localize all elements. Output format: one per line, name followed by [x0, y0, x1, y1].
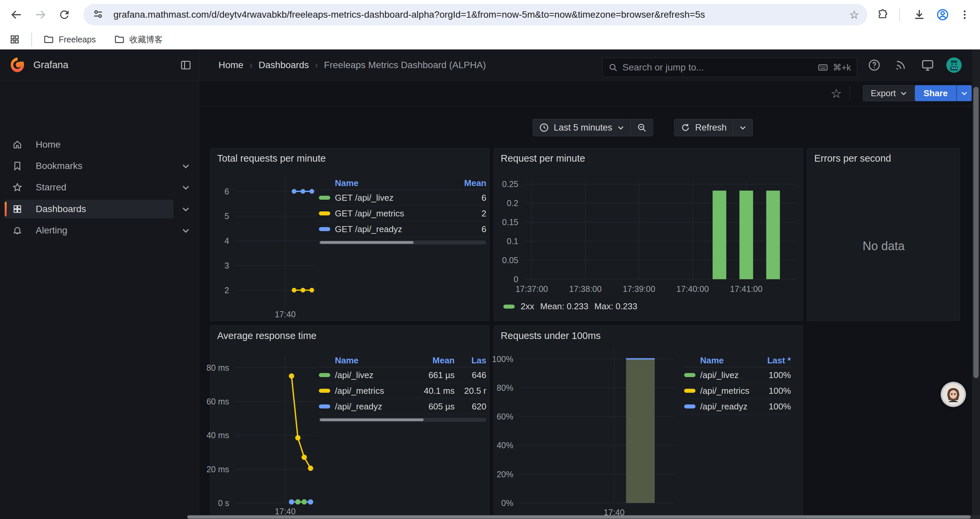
panel-request-per-minute[interactable]: Request per minute 2xx Mean: 0.233 Max: …: [494, 148, 803, 321]
grafana-app: Grafana Home Bookmarks: [0, 50, 980, 519]
legend-col-mean[interactable]: Mean: [446, 178, 486, 188]
sidebar-item-alerting[interactable]: Alerting: [5, 221, 173, 240]
grafana-logo-icon[interactable]: [10, 57, 25, 73]
export-button[interactable]: Export: [863, 85, 915, 101]
panel-title[interactable]: Request per minute: [501, 153, 585, 164]
sidebar-item-home[interactable]: Home: [5, 135, 173, 154]
breadcrumb-dashboards[interactable]: Dashboards: [259, 60, 309, 70]
folder-icon: [43, 34, 54, 45]
legend-header: Name Mean: [319, 177, 486, 190]
refresh-controls: Refresh: [674, 119, 753, 136]
legend-col-name[interactable]: Name: [335, 178, 446, 188]
legend-table: Name Last * /api/_livez 100% /api/_metri…: [684, 354, 791, 414]
horizontal-scrollbar[interactable]: [187, 515, 980, 519]
share-button[interactable]: Share: [915, 85, 972, 101]
legend-row[interactable]: /api/_readyz 605 µs 620: [319, 399, 486, 414]
chevron-down-icon: [900, 89, 907, 97]
bookmark-icon: [12, 161, 22, 171]
apps-grid-icon[interactable]: [7, 32, 22, 47]
url-bar[interactable]: grafana.mathmast.com/d/deytv4rwavabkb/fr…: [83, 4, 867, 26]
user-avatar[interactable]: [946, 57, 962, 73]
bookmark-folder-blogs[interactable]: 收藏博客: [110, 33, 167, 46]
sidebar-item-bookmarks[interactable]: Bookmarks: [5, 156, 173, 175]
legend-header: Name Last *: [684, 354, 791, 367]
reload-button[interactable]: [57, 7, 72, 22]
favorite-star-icon[interactable]: ☆: [830, 86, 842, 101]
panel-title[interactable]: Total requests per minute: [217, 153, 326, 164]
legend-row[interactable]: GET /api/_readyz 6: [319, 222, 486, 237]
scrollbar-thumb[interactable]: [188, 515, 970, 519]
legend-scrollbar[interactable]: [319, 418, 486, 422]
panel-average-response-time[interactable]: Average response time Name Mean Las /api…: [210, 325, 489, 519]
star-icon: [12, 182, 22, 192]
series-swatch: [684, 404, 695, 409]
legend-row[interactable]: GET /api/_metrics 2: [319, 206, 486, 222]
refresh-icon: [681, 123, 690, 133]
breadcrumb-home[interactable]: Home: [218, 60, 243, 70]
series-swatch: [684, 389, 695, 393]
series-swatch: [684, 373, 695, 377]
legend-col-mean[interactable]: Mean: [398, 355, 455, 366]
legend-col-name[interactable]: Name: [335, 355, 398, 366]
chevron-down-icon: [739, 124, 746, 131]
share-menu-button[interactable]: [956, 85, 972, 101]
time-range-picker[interactable]: Last 5 minutes: [533, 119, 630, 136]
site-settings-icon[interactable]: [92, 8, 104, 21]
bell-icon: [12, 225, 22, 235]
panel-title[interactable]: Requests under 100ms: [501, 330, 601, 341]
zoom-out-icon: [637, 123, 647, 133]
legend-row[interactable]: /api/_livez 661 µs 646: [319, 367, 486, 383]
legend-header: Name Mean Las: [319, 354, 486, 367]
panel-errors-per-second[interactable]: Errors per second No data: [807, 148, 960, 321]
panel-title[interactable]: Errors per second: [814, 153, 891, 164]
sidebar-item-dashboards[interactable]: Dashboards: [5, 200, 173, 219]
legend-row[interactable]: /api/_livez 100%: [684, 367, 791, 383]
sidebar-item-starred[interactable]: Starred: [5, 178, 173, 197]
bookmark-star-icon[interactable]: ☆: [849, 8, 859, 21]
legend-row[interactable]: /api/_readyz 100%: [684, 399, 791, 414]
refresh-interval-button[interactable]: [733, 119, 752, 136]
legend-col-name[interactable]: Name: [700, 355, 754, 366]
floating-assistant-avatar[interactable]: [941, 382, 966, 407]
chevron-down-icon[interactable]: [181, 161, 191, 171]
series-swatch: [503, 305, 515, 308]
profile-avatar-icon[interactable]: [935, 7, 950, 22]
grafana-brand[interactable]: Grafana: [33, 50, 68, 80]
back-button[interactable]: [9, 7, 24, 22]
vertical-scrollbar[interactable]: [972, 50, 980, 519]
downloads-icon[interactable]: [912, 7, 927, 22]
legend-row[interactable]: /api/_metrics 40.1 ms 20.5 r: [319, 383, 486, 399]
breadcrumb-current: Freeleaps Metrics Dashboard (ALPHA): [324, 60, 486, 70]
chevron-down-icon[interactable]: [181, 225, 191, 235]
legend-scrollbar[interactable]: [319, 241, 486, 244]
browser-menu-icon[interactable]: [957, 7, 972, 22]
panel-requests-under-100ms[interactable]: Requests under 100ms Name Last * /api/_l…: [494, 325, 803, 519]
legend-table: Name Mean GET /api/_livez 6 GET /api/_me…: [319, 177, 486, 244]
scrollbar-thumb[interactable]: [973, 87, 978, 378]
chevron-down-icon[interactable]: [181, 204, 191, 214]
panel-total-requests-per-minute[interactable]: Total requests per minute Name Mean GET …: [210, 148, 489, 321]
toolbar-divider: [899, 8, 900, 21]
legend-col-last[interactable]: Las: [455, 355, 486, 366]
sidebar-toggle-icon[interactable]: [180, 59, 191, 71]
legend-col-last[interactable]: Last *: [754, 355, 791, 366]
browser-toolbar: grafana.mathmast.com/d/deytv4rwavabkb/fr…: [0, 0, 980, 29]
extensions-icon[interactable]: [876, 7, 891, 22]
panel-title[interactable]: Average response time: [217, 330, 317, 341]
chevron-down-icon[interactable]: [181, 182, 191, 192]
legend-row[interactable]: GET /api/_livez 6: [319, 190, 486, 206]
refresh-button[interactable]: Refresh: [675, 119, 733, 136]
news-rss-icon[interactable]: [893, 57, 908, 73]
grafana-topbar: Home › Dashboards › Freeleaps Metrics Da…: [199, 50, 980, 80]
legend-line[interactable]: 2xx Mean: 0.233 Max: 0.233: [503, 301, 638, 311]
monitor-icon[interactable]: [920, 57, 935, 73]
bookmark-folder-freeleaps[interactable]: Freeleaps: [39, 33, 100, 46]
forward-button[interactable]: [33, 7, 48, 22]
zoom-out-button[interactable]: [630, 119, 653, 136]
help-icon[interactable]: [867, 57, 882, 73]
search-input[interactable]: Search or jump to... ⌘+k: [602, 58, 857, 77]
bookmark-label: Freeleaps: [59, 35, 96, 45]
url-text[interactable]: grafana.mathmast.com/d/deytv4rwavabkb/fr…: [113, 10, 849, 20]
toolbar-divider: [850, 86, 850, 101]
legend-row[interactable]: /api/_metrics 100%: [684, 383, 791, 399]
